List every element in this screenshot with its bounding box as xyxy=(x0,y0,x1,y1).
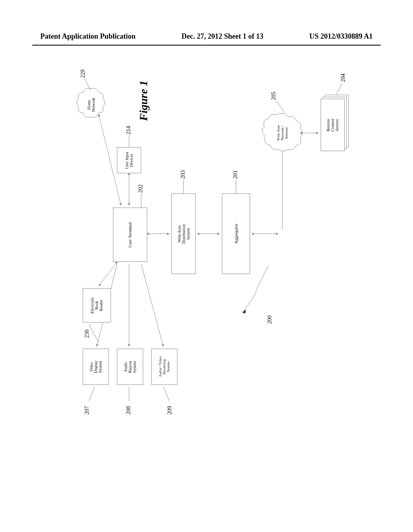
user-terminal-box: User Terminal xyxy=(113,208,147,262)
ref-204: 204 xyxy=(340,74,346,82)
ref-208: 208 xyxy=(125,406,132,415)
header-divider xyxy=(32,45,381,46)
ref-201: 201 xyxy=(232,170,239,179)
user-terminal-label: User Terminal xyxy=(128,222,133,247)
ref-209: 209 xyxy=(167,406,173,415)
wan-cloud: Wide Area Network / Internet xyxy=(270,123,294,143)
audio-playout-label: Audio Playout System xyxy=(123,361,137,373)
home-network-cloud: Home Network xyxy=(81,97,101,113)
user-input-box: User Input Devices xyxy=(117,147,141,173)
diagram: Figure 1 xyxy=(60,73,351,476)
header-publication: Patent Application Publication xyxy=(40,32,136,41)
ref-229: 229 xyxy=(80,70,86,78)
home-network-label: Home Network xyxy=(86,98,95,112)
header-date-sheet: Dec. 27, 2012 Sheet 1 of 13 xyxy=(181,32,263,41)
svg-line-2 xyxy=(99,262,117,286)
svg-line-16 xyxy=(276,101,284,113)
svg-line-19 xyxy=(89,387,95,401)
wan-label: Wide Area Network / Internet xyxy=(276,125,288,141)
ref-200: 200 xyxy=(267,316,273,324)
video-display-label: Video Display System xyxy=(89,360,102,373)
user-input-label: User Input Devices xyxy=(125,152,133,169)
ebook-reader-label: Electronic Book Reader xyxy=(90,297,104,314)
ref-205: 205 xyxy=(271,92,277,100)
av-recording-label: Audio / Video Recording System xyxy=(158,357,170,377)
remote-servers-label: Remote Content Servers xyxy=(326,118,339,131)
wads-label: Wide Area Distribution System xyxy=(177,224,190,244)
ref-207: 207 xyxy=(84,406,90,415)
ref-230: 230 xyxy=(84,330,90,338)
wads-box: Wide Area Distribution System xyxy=(171,193,196,274)
ebook-reader-box: Electronic Book Reader xyxy=(83,288,111,322)
header-patent-number: US 2012/0330889 A1 xyxy=(309,32,373,41)
audio-playout-box: Audio Playout System xyxy=(117,349,143,385)
ref-214: 214 xyxy=(125,126,132,135)
aggregator-box: Aggregator xyxy=(222,193,250,274)
svg-line-18 xyxy=(89,324,99,343)
aggregator-label: Aggregator xyxy=(234,224,238,244)
av-recording-box: Audio / Video Recording System xyxy=(151,349,177,385)
diagram-svg xyxy=(60,73,351,476)
remote-servers-box: Remote Content Servers xyxy=(321,99,345,151)
ref-203: 203 xyxy=(180,170,186,179)
svg-line-5 xyxy=(141,264,163,347)
ref-202: 202 xyxy=(138,185,144,193)
video-display-box: Video Display System xyxy=(83,349,109,385)
svg-line-21 xyxy=(163,387,169,401)
